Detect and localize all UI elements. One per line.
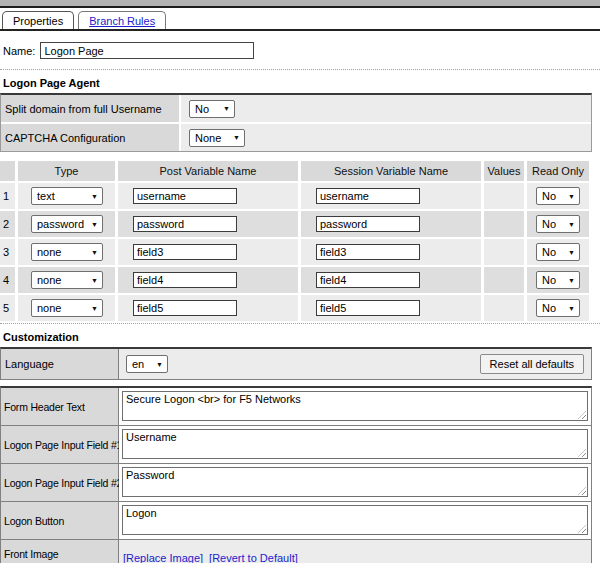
row-number: 4 xyxy=(0,267,15,293)
session-variable-input[interactable] xyxy=(316,300,420,316)
dropdown-arrow-icon: ▼ xyxy=(568,221,575,228)
input-field-1-row: Logon Page Input Field #1 Username xyxy=(1,426,591,464)
agent-row-captcha: CAPTCHA Configuration None ▼ xyxy=(1,124,591,151)
row-number: 5 xyxy=(0,295,15,321)
language-select[interactable]: en ▼ xyxy=(126,355,168,373)
dropdown-arrow-icon: ▼ xyxy=(568,193,575,200)
type-select[interactable]: password ▼ xyxy=(31,215,103,233)
logon-fields-table: Type Post Variable Name Session Variable… xyxy=(0,161,592,321)
col-header-session: Session Variable Name xyxy=(301,161,481,181)
front-image-label: Front Image xyxy=(1,540,119,563)
read-only-select[interactable]: No ▼ xyxy=(536,243,580,261)
session-variable-input[interactable] xyxy=(316,244,420,260)
tab-properties[interactable]: Properties xyxy=(2,11,74,29)
form-header-row: Form Header Text Secure Logon <br> for F… xyxy=(1,388,591,426)
row-number: 3 xyxy=(0,239,15,265)
front-image-row: Front Image [Replace Image] [Revert to D… xyxy=(1,540,591,563)
read-only-select[interactable]: No ▼ xyxy=(536,187,580,205)
logon-button-label: Logon Button xyxy=(1,502,119,539)
tab-bar: Properties Branch Rules xyxy=(0,8,600,31)
col-header-post: Post Variable Name xyxy=(118,161,298,181)
dropdown-arrow-icon: ▼ xyxy=(91,277,98,284)
replace-image-link[interactable]: [Replace Image] xyxy=(123,552,203,563)
dropdown-arrow-icon: ▼ xyxy=(91,305,98,312)
input-field-1-textarea[interactable]: Username xyxy=(122,429,588,459)
name-row: Name: xyxy=(0,31,600,70)
fields-header-row: Type Post Variable Name Session Variable… xyxy=(0,161,592,181)
branch-rules-link[interactable]: Branch Rules xyxy=(89,15,155,27)
row-number: 2 xyxy=(0,211,15,237)
revert-to-default-link[interactable]: [Revert to Default] xyxy=(209,552,298,563)
top-gray-bar xyxy=(0,0,600,8)
language-label: Language xyxy=(1,349,119,379)
read-only-select[interactable]: No ▼ xyxy=(536,215,580,233)
input-field-2-row: Logon Page Input Field #2 Password xyxy=(1,464,591,502)
split-domain-select[interactable]: No ▼ xyxy=(189,100,235,118)
reset-all-defaults-button[interactable]: Reset all defaults xyxy=(480,354,584,374)
name-input[interactable] xyxy=(40,42,254,59)
customization-section-title: Customization xyxy=(0,324,600,347)
dropdown-arrow-icon: ▼ xyxy=(91,221,98,228)
field-row-5: 5 none ▼ No ▼ xyxy=(0,295,592,321)
name-label: Name: xyxy=(3,45,35,57)
type-select[interactable]: text ▼ xyxy=(31,187,103,205)
type-select[interactable]: none ▼ xyxy=(31,243,103,261)
post-variable-input[interactable] xyxy=(133,216,237,232)
post-variable-input[interactable] xyxy=(133,188,237,204)
language-row: Language en ▼ Reset all defaults xyxy=(0,347,592,380)
dropdown-arrow-icon: ▼ xyxy=(91,193,98,200)
post-variable-input[interactable] xyxy=(133,244,237,260)
form-header-label: Form Header Text xyxy=(1,388,119,425)
agent-table: Split domain from full Username No ▼ CAP… xyxy=(0,93,592,152)
values-cell xyxy=(484,267,524,293)
post-variable-input[interactable] xyxy=(133,300,237,316)
dropdown-arrow-icon: ▼ xyxy=(233,134,240,141)
values-cell xyxy=(484,211,524,237)
dropdown-arrow-icon: ▼ xyxy=(568,277,575,284)
type-select[interactable]: none ▼ xyxy=(31,299,103,317)
col-header-read-only: Read Only xyxy=(527,161,589,181)
tab-branch-rules[interactable]: Branch Rules xyxy=(78,11,166,29)
field-row-2: 2 password ▼ No ▼ xyxy=(0,211,592,237)
input-field-2-label: Logon Page Input Field #2 xyxy=(1,464,119,501)
field-row-4: 4 none ▼ No ▼ xyxy=(0,267,592,293)
dropdown-arrow-icon: ▼ xyxy=(223,105,230,112)
session-variable-input[interactable] xyxy=(316,216,420,232)
dropdown-arrow-icon: ▼ xyxy=(568,249,575,256)
form-header-textarea[interactable]: Secure Logon <br> for F5 Networks xyxy=(122,391,588,421)
logon-button-textarea[interactable]: Logon xyxy=(122,505,588,535)
field-row-3: 3 none ▼ No ▼ xyxy=(0,239,592,265)
customization-table: Form Header Text Secure Logon <br> for F… xyxy=(0,386,592,563)
read-only-select[interactable]: No ▼ xyxy=(536,299,580,317)
logon-button-row: Logon Button Logon xyxy=(1,502,591,540)
values-cell xyxy=(484,295,524,321)
values-cell xyxy=(484,239,524,265)
type-select[interactable]: none ▼ xyxy=(31,271,103,289)
split-domain-label: Split domain from full Username xyxy=(1,95,179,122)
field-row-1: 1 text ▼ No ▼ xyxy=(0,183,592,209)
session-variable-input[interactable] xyxy=(316,272,420,288)
captcha-label: CAPTCHA Configuration xyxy=(1,124,179,151)
input-field-2-textarea[interactable]: Password xyxy=(122,467,588,497)
dropdown-arrow-icon: ▼ xyxy=(91,249,98,256)
agent-row-split-domain: Split domain from full Username No ▼ xyxy=(1,95,591,122)
input-field-1-label: Logon Page Input Field #1 xyxy=(1,426,119,463)
values-cell xyxy=(484,183,524,209)
row-number: 1 xyxy=(0,183,15,209)
col-header-values: Values xyxy=(484,161,524,181)
post-variable-input[interactable] xyxy=(133,272,237,288)
read-only-select[interactable]: No ▼ xyxy=(536,271,580,289)
session-variable-input[interactable] xyxy=(316,188,420,204)
agent-section-title: Logon Page Agent xyxy=(0,70,600,93)
dropdown-arrow-icon: ▼ xyxy=(156,361,163,368)
dropdown-arrow-icon: ▼ xyxy=(568,305,575,312)
captcha-select[interactable]: None ▼ xyxy=(189,129,245,147)
col-header-type: Type xyxy=(18,161,115,181)
